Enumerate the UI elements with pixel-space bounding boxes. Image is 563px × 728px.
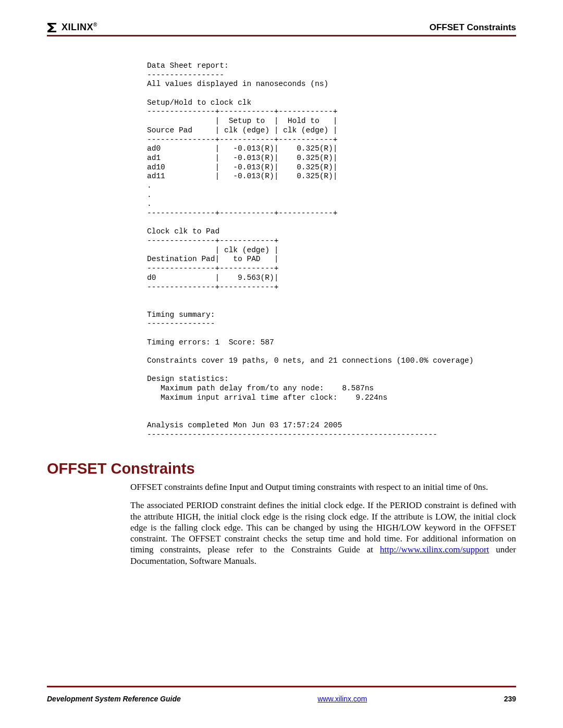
- support-link[interactable]: http://www.xilinx.com/support: [380, 545, 489, 554]
- section-heading: OFFSET Constraints: [47, 460, 516, 477]
- bottom-rule: [47, 686, 516, 687]
- footer-link[interactable]: www.xilinx.com: [317, 695, 367, 703]
- header-row: XILINX® OFFSET Constraints: [47, 22, 516, 33]
- brand-text: XILINX®: [62, 22, 97, 33]
- xilinx-sigma-icon: [47, 22, 59, 33]
- footer-guide-title: Development System Reference Guide: [47, 695, 181, 703]
- header-section-title: OFFSET Constraints: [430, 22, 516, 33]
- page-container: XILINX® OFFSET Constraints Data Sheet re…: [0, 0, 563, 728]
- footer-url: www.xilinx.com: [317, 695, 367, 703]
- data-sheet-report: Data Sheet report: ----------------- All…: [147, 61, 516, 439]
- paragraph-2: The associated PERIOD constraint defines…: [130, 500, 516, 566]
- paragraph-1: OFFSET constraints define Input and Outp…: [130, 482, 516, 492]
- body-text: OFFSET constraints define Input and Outp…: [130, 482, 516, 566]
- top-rule: [47, 35, 516, 36]
- footer-page-number: 239: [504, 695, 516, 703]
- footer: Development System Reference Guide www.x…: [47, 695, 516, 703]
- brand-logo: XILINX®: [47, 22, 97, 33]
